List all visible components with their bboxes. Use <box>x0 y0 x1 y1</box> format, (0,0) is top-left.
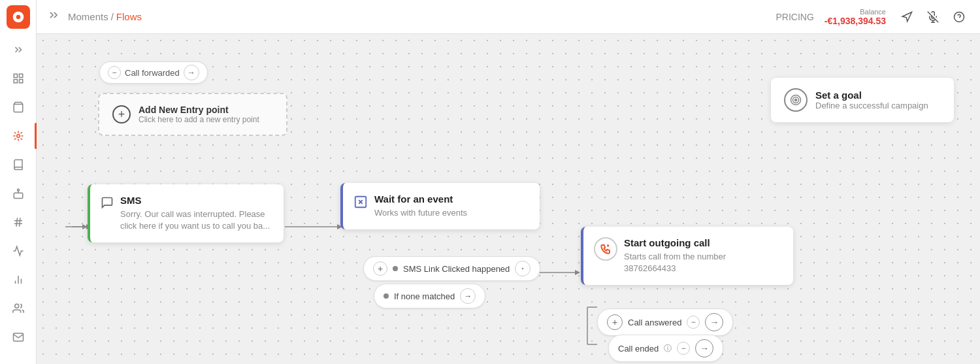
sidebar-item-people[interactable] <box>5 295 31 322</box>
if-none-label: If none matched <box>394 291 455 301</box>
topbar: Moments / Flows PRICING Balance -€1,938,… <box>37 0 980 34</box>
call-forwarded-chip: − Call forwarded → <box>99 61 208 84</box>
goal-subtitle: Define a successful campaign <box>815 101 928 110</box>
set-goal-node[interactable]: Set a goal Define a successful campaign <box>771 78 954 122</box>
sidebar-item-messages[interactable] <box>5 324 31 350</box>
sidebar <box>0 0 37 364</box>
sidebar-item-expand[interactable] <box>5 37 31 63</box>
wait-icon <box>353 195 368 212</box>
sms-link-dot <box>393 266 398 271</box>
help-icon[interactable] <box>949 7 970 27</box>
chip-minus-btn[interactable]: − <box>108 66 121 79</box>
sms-link-arrow[interactable] <box>515 261 531 276</box>
breadcrumb: Moments / Flows <box>68 11 142 22</box>
balance-label: Balance <box>825 8 886 16</box>
pricing-link[interactable]: PRICING <box>776 12 813 22</box>
svg-point-1 <box>16 15 20 20</box>
svg-rect-8 <box>14 193 23 198</box>
goal-title: Set a goal <box>815 90 928 101</box>
sms-node-title: SMS <box>120 195 273 206</box>
outgoing-call-icon <box>594 237 617 261</box>
call-ended-arrow-btn[interactable]: → <box>695 339 713 357</box>
sms-incoming-connector <box>65 220 91 233</box>
topbar-icons <box>896 7 970 27</box>
wait-event-node[interactable]: Wait for an event Works with future even… <box>340 183 540 229</box>
sidebar-item-tags[interactable] <box>5 209 31 235</box>
breadcrumb-moments[interactable]: Moments <box>68 11 108 22</box>
outgoing-call-number: 38762664433 <box>624 263 726 274</box>
call-answered-chip: + Call answered − → <box>597 308 733 336</box>
svg-line-17 <box>19 218 20 227</box>
sms-icon <box>101 196 114 212</box>
sms-node[interactable]: SMS Sorry. Our call was interrupted. Ple… <box>88 184 284 242</box>
sidebar-item-analytics[interactable] <box>5 238 31 264</box>
add-entry-title: Add New Entry point <box>139 105 259 115</box>
svg-point-44 <box>795 99 797 101</box>
chip-arrow-btn[interactable]: → <box>184 65 199 80</box>
svg-marker-46 <box>82 224 88 229</box>
balance-display: Balance -€1,938,394.53 <box>825 8 886 26</box>
call-ended-chip: Call ended ⓘ − → <box>608 335 723 362</box>
call-answered-label: Call answered <box>628 318 681 327</box>
svg-marker-34 <box>575 270 580 275</box>
notifications-icon[interactable] <box>896 7 917 27</box>
wait-node-subtitle: Works with future events <box>374 207 467 219</box>
svg-point-41 <box>522 268 524 270</box>
sidebar-item-chart[interactable] <box>5 267 31 293</box>
outgoing-call-node[interactable]: Start outgoing call Starts call from the… <box>581 227 793 285</box>
expand-button[interactable] <box>47 8 60 25</box>
goal-icon <box>784 88 808 112</box>
sms-link-add-btn[interactable]: + <box>373 261 387 276</box>
if-none-arrow[interactable]: → <box>460 288 476 304</box>
sidebar-item-shopping[interactable] <box>5 94 31 120</box>
sms-link-label: SMS Link Clicked happened <box>403 264 510 274</box>
call-ended-label: Call ended <box>618 344 659 354</box>
sms-link-chip: + SMS Link Clicked happened <box>363 256 540 281</box>
app-logo[interactable] <box>7 5 30 29</box>
add-entry-subtitle: Click here to add a new entry point <box>139 115 259 124</box>
wait-node-title: Wait for an event <box>374 193 467 205</box>
outgoing-call-title: Start outgoing call <box>624 237 726 248</box>
call-answered-minus-btn[interactable]: − <box>687 316 700 329</box>
balance-value: -€1,938,394.53 <box>825 16 886 26</box>
flow-canvas: − Call forwarded → + Add New Entry point… <box>37 34 980 364</box>
call-answered-add-btn[interactable]: + <box>607 314 623 330</box>
breadcrumb-flows[interactable]: Flows <box>116 11 142 22</box>
call-ended-info-icon: ⓘ <box>664 343 672 354</box>
sidebar-item-dashboard[interactable] <box>5 65 31 91</box>
mute-icon[interactable] <box>923 7 943 27</box>
svg-rect-4 <box>14 80 17 83</box>
sidebar-item-flows[interactable] <box>5 123 31 149</box>
add-entry-icon: + <box>112 105 131 124</box>
svg-point-7 <box>16 135 20 138</box>
svg-marker-22 <box>902 12 911 21</box>
call-forwarded-label: Call forwarded <box>125 68 180 78</box>
svg-rect-5 <box>19 80 22 83</box>
svg-rect-2 <box>14 74 17 77</box>
svg-line-16 <box>16 218 18 227</box>
outgoing-call-subtitle: Starts call from the number <box>624 251 726 263</box>
svg-point-21 <box>14 304 18 308</box>
add-entry-node[interactable]: + Add New Entry point Click here to add … <box>98 93 287 136</box>
sidebar-item-library[interactable] <box>5 152 31 178</box>
sms-node-body: Sorry. Our call was interrupted. Please … <box>120 208 273 232</box>
breadcrumb-separator: / <box>111 11 114 22</box>
if-none-chip: If none matched → <box>374 284 485 308</box>
call-answered-arrow-btn[interactable]: → <box>705 313 723 331</box>
sidebar-item-bots[interactable] <box>5 180 31 207</box>
call-ended-minus-btn[interactable]: − <box>677 342 690 355</box>
incoming-arrow-svg <box>65 220 91 233</box>
svg-point-9 <box>17 189 19 191</box>
if-none-dot <box>384 293 389 299</box>
svg-rect-3 <box>19 74 22 77</box>
